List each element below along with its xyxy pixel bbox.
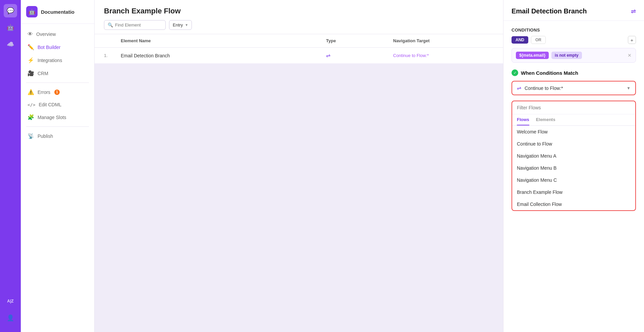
search-icon: 🔍	[108, 22, 113, 27]
sidebar-logo: 🤖 Documentatio	[21, 0, 94, 24]
panel-title: Email Detection Branch	[512, 7, 587, 15]
sidebar-title: Documentatio	[41, 9, 74, 15]
flow-item-nav-menu-a[interactable]: Navigation Menu A	[512, 150, 635, 162]
branch-type-icon: ⇌	[326, 52, 393, 59]
logo-icon: 🤖	[26, 6, 38, 17]
edit-icon: ✏️	[28, 44, 34, 50]
flows-dropdown-panel: Flows Elements Welcome Flow Continue to …	[512, 101, 636, 211]
sidebar: 🤖 Documentatio 👁 Overview ✏️ Bot Builder…	[21, 0, 95, 332]
sidebar-item-edit-cdml-label: Edit CDML	[39, 102, 61, 107]
when-conditions-section: ✓ When Conditions Match	[512, 69, 636, 76]
check-icon: ✓	[512, 69, 518, 76]
translate-icon[interactable]: A|Z	[4, 294, 17, 308]
tab-flows[interactable]: Flows	[517, 114, 529, 125]
filter-icon[interactable]: ⇌	[631, 8, 636, 15]
sidebar-item-bot-builder-label: Bot Builder	[38, 45, 60, 50]
sidebar-item-publish[interactable]: 📡 Publish	[21, 129, 94, 143]
sidebar-item-errors-label: Errors	[38, 90, 50, 95]
flow-item-continue[interactable]: Continue to Flow	[512, 138, 635, 150]
right-panel: Email Detection Branch ⇌ Conditions AND …	[503, 0, 644, 332]
sidebar-item-overview[interactable]: 👁 Overview	[21, 28, 94, 41]
sidebar-item-overview-label: Overview	[36, 32, 56, 37]
toolbar: 🔍 Entry ▼	[104, 20, 494, 34]
sidebar-item-crm-label: CRM	[38, 71, 48, 76]
or-button[interactable]: OR	[531, 36, 546, 44]
eye-icon: 👁	[28, 31, 33, 37]
chevron-down-icon: ▼	[627, 86, 631, 91]
crm-icon: 🎥	[28, 70, 34, 76]
entry-label: Entry	[173, 22, 183, 27]
add-condition-button[interactable]: +	[628, 36, 636, 44]
meta-email-tag[interactable]: ${meta.email}	[516, 52, 549, 59]
user-icon[interactable]: 👤	[4, 311, 17, 325]
search-box[interactable]: 🔍	[104, 20, 166, 30]
sidebar-item-integrations-label: Integrations	[38, 58, 62, 63]
main-content: Branch Example Flow 🔍 Entry ▼ Element Na…	[95, 0, 503, 332]
branch-icon: ⇌	[517, 85, 521, 91]
code-icon: </>	[28, 102, 35, 107]
sidebar-item-edit-cdml[interactable]: </> Edit CDML	[21, 99, 94, 111]
flow-item-nav-menu-b[interactable]: Navigation Menu B	[512, 162, 635, 174]
panel-header: Email Detection Branch ⇌	[503, 0, 644, 21]
when-conditions-label: When Conditions Match	[521, 70, 578, 76]
flows-tabs: Flows Elements	[512, 114, 635, 126]
not-empty-tag[interactable]: is not empty	[551, 52, 582, 59]
nav-divider-1	[26, 82, 89, 83]
filter-flows-input[interactable]	[517, 105, 631, 110]
sidebar-item-integrations[interactable]: ⚡ Integrations	[21, 54, 94, 67]
col-type: Type	[326, 38, 393, 43]
cloud-icon[interactable]: ☁️	[4, 38, 17, 51]
panel-body: Conditions AND OR + ${meta.email} is not…	[503, 21, 644, 332]
col-num	[104, 38, 121, 43]
condition-tags-row: ${meta.email} is not empty ✕	[512, 48, 636, 63]
flow-item-email-collection[interactable]: Email Collection Flow	[512, 198, 635, 210]
flows-search-area	[512, 101, 635, 114]
nav-divider-2	[26, 126, 89, 127]
sidebar-item-manage-slots-label: Manage Slots	[38, 115, 66, 120]
bot-icon[interactable]: 🤖	[4, 21, 17, 34]
flow-item-welcome[interactable]: Welcome Flow	[512, 126, 635, 138]
and-button[interactable]: AND	[512, 36, 528, 44]
icon-bar: 💬 🤖 ☁️ A|Z 👤	[0, 0, 21, 332]
sidebar-item-crm[interactable]: 🎥 CRM	[21, 67, 94, 80]
sidebar-item-publish-label: Publish	[38, 133, 53, 139]
sidebar-item-manage-slots[interactable]: 🧩 Manage Slots	[21, 111, 94, 124]
col-nav-target: Navigation Target	[393, 38, 494, 43]
flow-item-branch-example[interactable]: Branch Example Flow	[512, 186, 635, 198]
table-area: Element Name Type Navigation Target 1. E…	[95, 34, 503, 332]
row-element-name: Email Detection Branch	[121, 53, 326, 58]
tab-elements[interactable]: Elements	[536, 114, 555, 125]
integrations-icon: ⚡	[28, 57, 34, 63]
chevron-down-icon: ▼	[185, 23, 188, 27]
sidebar-nav: 👁 Overview ✏️ Bot Builder ⚡ Integrations…	[21, 24, 94, 332]
puzzle-icon: 🧩	[28, 114, 34, 120]
publish-icon: 📡	[28, 133, 34, 139]
warning-icon: ⚠️	[28, 89, 34, 95]
sidebar-item-errors[interactable]: ⚠️ Errors 1	[21, 86, 94, 99]
errors-badge: 1	[54, 90, 60, 95]
chat-icon[interactable]: 💬	[4, 4, 17, 17]
continue-to-flow-label: Continue to Flow:*	[525, 86, 627, 91]
col-element-name: Element Name	[121, 38, 326, 43]
table-header: Element Name Type Navigation Target	[95, 34, 503, 48]
row-nav-target: Continue to Flow:*	[393, 53, 494, 58]
conditions-row: AND OR +	[512, 36, 636, 44]
row-num: 1.	[104, 53, 121, 58]
page-title: Branch Example Flow	[104, 7, 494, 15]
continue-to-flow-dropdown[interactable]: ⇌ Continue to Flow:* ▼	[512, 81, 636, 95]
table-row[interactable]: 1. Email Detection Branch ⇌ Continue to …	[95, 48, 503, 64]
remove-condition-button[interactable]: ✕	[628, 53, 632, 58]
flows-list: Welcome Flow Continue to Flow Navigation…	[512, 126, 635, 210]
main-header: Branch Example Flow 🔍 Entry ▼	[95, 0, 503, 34]
search-input[interactable]	[115, 22, 162, 27]
conditions-label: Conditions	[512, 27, 636, 33]
entry-dropdown[interactable]: Entry ▼	[169, 20, 192, 30]
sidebar-item-bot-builder[interactable]: ✏️ Bot Builder	[21, 41, 94, 54]
flow-item-nav-menu-c[interactable]: Navigation Menu C	[512, 174, 635, 186]
